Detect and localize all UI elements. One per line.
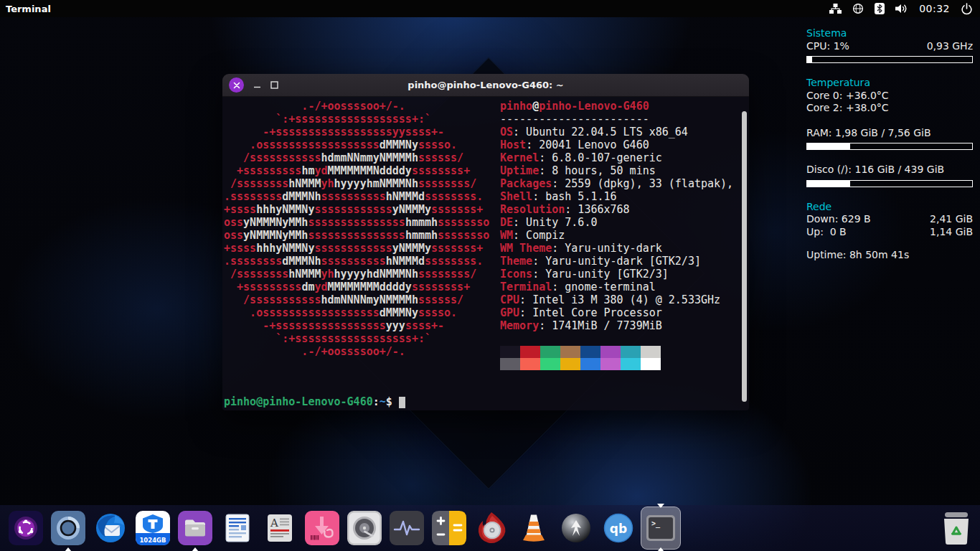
- neofetch-info-row: Uptime: 8 hours, 50 mins: [500, 164, 733, 177]
- palette-swatch: [520, 346, 540, 358]
- top-panel: Terminal 00:32: [0, 0, 980, 17]
- palette-swatch: [641, 346, 661, 358]
- dock-items: 1024GBAqb>_: [9, 511, 686, 545]
- palette-swatch: [540, 346, 560, 358]
- terminal-scrollbar[interactable]: [742, 111, 747, 402]
- svg-text:1024GB: 1024GB: [139, 537, 166, 544]
- neofetch-info-row: DE: Unity 7.6.0: [500, 216, 733, 229]
- neofetch-info-row: WM Theme: Yaru-unity-dark: [500, 242, 733, 255]
- disk-bar-fill: [807, 181, 850, 187]
- terminal-cursor: [399, 397, 405, 408]
- palette-swatch: [621, 346, 641, 358]
- neofetch-info-row: Theme: Yaru-unity-dark [GTK2/3]: [500, 255, 733, 268]
- neofetch-info-row: CPU: Intel i3 M 380 (4) @ 2.533GHz: [500, 293, 733, 306]
- neofetch-info-row: Resolution: 980x551: [500, 203, 733, 216]
- terminal-body[interactable]: .-/+oossssoo+/-. `:+ssssssssssssssssss+:…: [222, 97, 749, 410]
- palette-swatch: [500, 346, 520, 358]
- neofetch-info-row: Memory: 1741MiB / 7739MiB: [500, 319, 733, 332]
- neofetch-info-row: Terminal: gnome-terminal: [500, 281, 733, 293]
- net-up-rate: Up: 0 B: [806, 226, 847, 239]
- ascii-art: .-/+oossssoo+/-. `:+ssssssssssssssssss+:…: [224, 100, 489, 358]
- neofetch-info-row: WM: Compiz: [500, 229, 733, 242]
- cpu-bar: [806, 56, 973, 63]
- palette-swatch: [580, 346, 600, 358]
- power-icon[interactable]: [961, 3, 973, 15]
- core2-temp: Core 2: +38.0°C: [806, 102, 973, 115]
- dock-item-calculator[interactable]: [432, 511, 466, 545]
- focused-indicator: [657, 504, 664, 508]
- cpu-bar-fill: [807, 57, 812, 62]
- running-indicator: [192, 547, 199, 551]
- network-wired-icon[interactable]: [829, 4, 842, 14]
- neofetch-info: pinho@pinho-Lenovo-G460-----------------…: [500, 100, 733, 332]
- globe-icon[interactable]: [852, 3, 864, 14]
- palette-swatch: [560, 346, 580, 358]
- neofetch-info-row: Icons: Yaru-unity [GTK2/3]: [500, 268, 733, 281]
- neofetch-info-row: Shell: bash 5.1.16: [500, 190, 733, 203]
- svg-text:A: A: [270, 517, 278, 529]
- dock-item-files[interactable]: [178, 511, 212, 545]
- dock-item-mothsphere[interactable]: [559, 511, 593, 545]
- palette-swatch: [540, 358, 560, 370]
- uptime-label: Uptime: 8h 50m 41s: [806, 249, 973, 262]
- window-titlebar[interactable]: pinho@pinho-Lenovo-G460: ~: [222, 74, 749, 97]
- dock-item-sysmonitor[interactable]: [390, 511, 424, 545]
- conky-title-sistema: Sistema: [806, 27, 973, 40]
- maximize-button[interactable]: [270, 81, 278, 89]
- window-title: pinho@pinho-Lenovo-G460: ~: [222, 80, 749, 90]
- system-tray: 00:32: [829, 3, 973, 15]
- close-button[interactable]: [229, 77, 244, 93]
- topbar-app-title: Terminal: [6, 4, 51, 14]
- terminal-window: pinho@pinho-Lenovo-G460: ~ .-/+oossssoo+…: [222, 74, 749, 410]
- dock-item-brasero[interactable]: [474, 511, 509, 545]
- bluetooth-icon[interactable]: [875, 3, 885, 14]
- disk-bar: [806, 180, 973, 187]
- prompt-line: pinho@pinho-Lenovo-G460:~$: [224, 395, 405, 408]
- palette-swatch: [520, 358, 540, 370]
- system-monitor-panel: Sistema CPU: 1% 0,93 GHz Temperatura Cor…: [806, 27, 973, 262]
- dock-item-texteditor[interactable]: A: [263, 511, 297, 545]
- dock-item-vlc[interactable]: [517, 511, 551, 545]
- palette-swatch: [641, 358, 661, 370]
- running-indicator: [657, 547, 664, 551]
- clock[interactable]: 00:32: [919, 3, 950, 14]
- desktop: Terminal 00:32 Sistema CPU: 1% 0,93 GH: [0, 0, 980, 551]
- palette-swatch: [600, 358, 621, 370]
- disk-label: Disco (/): 116 GiB / 439 GiB: [806, 164, 973, 176]
- palette-swatch: [560, 358, 580, 370]
- neofetch-info-row: Kernel: 6.8.0-107-generic: [500, 151, 733, 164]
- ram-bar: [806, 143, 973, 150]
- dock-item-disks[interactable]: [347, 511, 382, 545]
- net-down-rate: Down: 629 B: [806, 213, 871, 226]
- dock-item-writer[interactable]: [220, 511, 255, 545]
- color-palette: [500, 346, 661, 370]
- dock-item-qbittorrent[interactable]: qb: [601, 511, 636, 545]
- palette-swatch: [600, 346, 621, 358]
- dock-item-ubuntu[interactable]: [9, 511, 43, 545]
- dock-item-trash[interactable]: [943, 512, 970, 545]
- dock-item-thunderbird[interactable]: [93, 511, 128, 545]
- dock-item-chromium[interactable]: [51, 511, 85, 545]
- neofetch-info-row: OS: Ubuntu 22.04.5 LTS x86_64: [500, 126, 733, 138]
- net-down-total: 2,41 GiB: [930, 213, 973, 226]
- dock-item-terminal[interactable]: >_: [644, 511, 678, 545]
- dock-item-gdebi[interactable]: [305, 511, 339, 545]
- neofetch-info-row: GPU: Intel Core Processor: [500, 306, 733, 319]
- dock-item-terabox[interactable]: 1024GB: [136, 511, 170, 545]
- net-up-total: 1,14 GiB: [930, 226, 973, 239]
- volume-icon[interactable]: [895, 4, 908, 14]
- palette-swatch: [500, 358, 520, 370]
- core0-temp: Core 0: +36.0°C: [806, 90, 973, 103]
- ram-label: RAM: 1,98 GiB / 7,56 GiB: [806, 127, 973, 140]
- palette-swatch: [621, 358, 641, 370]
- dock: 1024GBAqb>_: [0, 505, 980, 551]
- svg-text:>_: >_: [651, 519, 661, 528]
- neofetch-info-row: Host: 20041 Lenovo G460: [500, 138, 733, 151]
- palette-swatch: [580, 358, 600, 370]
- ram-bar-fill: [807, 143, 850, 149]
- cpu-usage-label: CPU: 1%: [806, 40, 849, 53]
- neofetch-info-row: Packages: 2559 (dpkg), 33 (flatpak),: [500, 177, 733, 190]
- running-indicator: [65, 547, 72, 551]
- svg-text:qb: qb: [610, 522, 627, 536]
- minimize-button[interactable]: [253, 81, 261, 89]
